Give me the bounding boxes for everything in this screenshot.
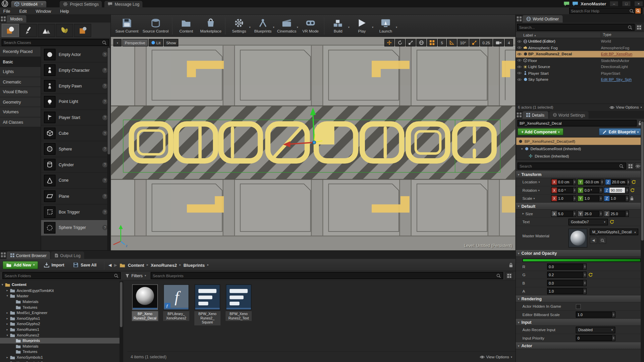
item-sphere-trigger[interactable]: Sphere Trigger?	[41, 220, 110, 236]
tree-xenosymbols1[interactable]: ▸XenoSymbols1	[0, 355, 123, 360]
asset-bpw-xenorunes2-text[interactable]: BPW_Xeno Runes2_Text	[225, 285, 252, 322]
expander-icon[interactable]: ▾	[7, 295, 8, 298]
item-point-light[interactable]: Point Light?	[41, 94, 110, 110]
location-x-field[interactable]: X0.0 cm	[551, 179, 576, 185]
r-field[interactable]: 0.0	[547, 263, 587, 269]
size-y-field[interactable]: Y25.0	[578, 210, 603, 217]
details-scrollbar[interactable]	[641, 121, 644, 362]
actor-hidden-checkbox[interactable]	[576, 304, 581, 309]
input-priority-value[interactable]: 0	[576, 335, 611, 341]
spinner[interactable]	[573, 196, 576, 201]
mode-paint-button[interactable]	[20, 24, 37, 37]
category-visual-effects[interactable]: Visual Effects	[0, 87, 41, 97]
rotation-y-field[interactable]: Y0.0 °	[578, 187, 603, 193]
grid-snap-toggle-button[interactable]	[427, 39, 437, 46]
show-button[interactable]: Show	[164, 39, 178, 46]
location-y-field[interactable]: Y-50.0 cm	[578, 179, 604, 185]
g-field[interactable]: 0.2	[547, 272, 587, 278]
section-rendering[interactable]: ▾Rendering	[516, 296, 644, 303]
modes-scrollbar[interactable]	[107, 47, 111, 250]
column-type[interactable]: Type	[601, 32, 644, 38]
tree-xenorunes2-materials[interactable]: Materials	[0, 343, 123, 349]
visibility-eye-icon[interactable]	[516, 78, 523, 81]
component-self-row[interactable]: BP_XenoRunes2_Decal(self)	[516, 137, 644, 145]
blueprints-button[interactable]: Blueprints ▾	[251, 15, 275, 36]
item-empty-pawn[interactable]: Empty Pawn?	[41, 78, 110, 94]
chevron-down-icon[interactable]: ▾	[533, 197, 535, 200]
section-actor[interactable]: ▾Actor	[516, 342, 644, 349]
scale-y-field[interactable]: Y1.0	[578, 195, 603, 201]
outliner-row-player-start[interactable]: Player Start PlayerStart	[516, 70, 644, 76]
visibility-eye-icon[interactable]	[516, 59, 523, 62]
expander-icon[interactable]: ▸	[7, 317, 8, 320]
billboard-value[interactable]: 1.0	[576, 312, 611, 317]
rotation-x-value[interactable]: 0.0 °	[557, 188, 573, 193]
a-value[interactable]: 1.0	[547, 289, 583, 294]
mode-place-button[interactable]	[2, 24, 19, 37]
perspective-button[interactable]: Perspective	[122, 39, 148, 46]
add-component-button[interactable]: + Add Component ▾	[518, 128, 564, 135]
rotation-snap-toggle-button[interactable]	[447, 39, 457, 46]
save-current-button[interactable]: Save Current	[113, 15, 141, 36]
rotation-z-value[interactable]: 90.000	[609, 188, 625, 193]
outliner-row-light-source[interactable]: Light Source DirectionalLight	[516, 64, 644, 70]
section-default[interactable]: ▾Default	[516, 203, 644, 210]
rotation-snap-value-button[interactable]: 10°	[458, 39, 468, 46]
b-value[interactable]: 0.0	[547, 280, 583, 286]
asset-bp-xenorunes2-decal[interactable]: BP_Xeno Runes2_Decal	[131, 285, 159, 322]
master-material-dropdown[interactable]: M_XenoGlyphs1_DecalFl▾	[590, 229, 638, 235]
section-color-and-opacity[interactable]: ▾Color and Opacity	[516, 250, 644, 257]
breadcrumb-expand-icon[interactable]: ▸	[207, 263, 209, 267]
expander-icon[interactable]: ▸	[7, 311, 8, 314]
help-icon[interactable]: ?	[102, 131, 108, 136]
source-control-button[interactable]: Source Control	[141, 15, 171, 36]
visibility-eye-icon[interactable]	[516, 71, 523, 75]
location-label[interactable]: Location	[523, 180, 537, 184]
tree-scrollbar[interactable]	[119, 281, 123, 362]
scale-z-value[interactable]: 1.0	[609, 196, 625, 201]
chevron-down-icon[interactable]: ▾	[538, 189, 540, 192]
scale-tool-button[interactable]	[406, 39, 416, 46]
expander-icon[interactable]: ▸	[7, 322, 8, 325]
spinner[interactable]	[600, 179, 603, 185]
breadcrumb-blueprints[interactable]: Blueprints	[183, 262, 205, 267]
rotation-x-field[interactable]: X0.0 °	[551, 187, 576, 193]
tree-xenorunes2[interactable]: ▾XenoRunes2	[0, 332, 123, 338]
chevron-down-icon[interactable]: ▾	[249, 26, 251, 29]
scrollbar-thumb[interactable]	[120, 282, 122, 327]
tree-xenorunes2-blueprints[interactable]: Blueprints	[0, 338, 123, 344]
outliner-row-floor[interactable]: Floor StaticMeshActor	[516, 57, 644, 64]
r-value[interactable]: 0.0	[547, 264, 583, 269]
close-button[interactable]: ×	[634, 1, 643, 6]
help-icon[interactable]: ?	[102, 115, 108, 120]
lock-icon[interactable]	[509, 262, 513, 267]
spinner[interactable]	[583, 272, 586, 278]
section-transform[interactable]: ▾Transform	[516, 171, 644, 178]
tree-master-materials[interactable]: Materials	[0, 299, 123, 304]
outliner-view-options-button[interactable]: View Options ▾	[609, 105, 642, 109]
item-box-trigger[interactable]: Box Trigger?	[41, 204, 110, 220]
help-icon[interactable]: ?	[102, 52, 108, 57]
tree-xenoglyphs1[interactable]: ▸XenoGlyphs1	[0, 315, 123, 321]
item-plane[interactable]: Plane?	[41, 189, 110, 204]
help-icon[interactable]: ?	[102, 162, 108, 168]
lit-button[interactable]: Lit	[149, 39, 163, 46]
help-search-button[interactable]	[635, 8, 641, 13]
spinner[interactable]	[625, 188, 629, 193]
tab-modes[interactable]: Modes	[7, 15, 26, 22]
tab-world-outliner[interactable]: World Outliner	[523, 15, 563, 22]
category-geometry[interactable]: Geometry	[0, 97, 41, 107]
reset-to-default-icon[interactable]	[609, 220, 614, 224]
tree-master[interactable]: ▾Master	[0, 293, 123, 299]
item-player-start[interactable]: Player Start?	[41, 110, 110, 126]
reset-to-default-icon[interactable]	[588, 273, 592, 277]
content-button[interactable]: Content	[174, 15, 198, 36]
asset-bplibrary-xenorunes2[interactable]: f f BPLibrary_ XenoRunes2	[163, 285, 190, 322]
window-tab-project-settings[interactable]: Project Settings	[59, 0, 103, 7]
location-z-value[interactable]: 20.0 cm	[611, 179, 627, 185]
scale-lock-icon[interactable]	[630, 196, 634, 200]
scale-snap-value-button[interactable]: 0.25	[480, 39, 492, 46]
chevron-down-icon[interactable]: ▾	[348, 26, 350, 29]
spinner[interactable]	[583, 264, 586, 269]
outliner-filter-button[interactable]	[635, 24, 643, 31]
